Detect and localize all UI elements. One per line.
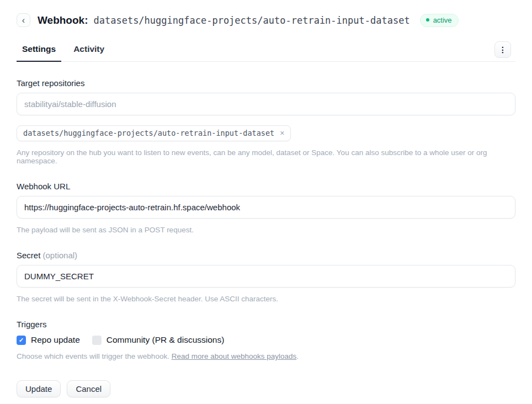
page-title: Webhook: xyxy=(38,14,88,26)
triggers-label: Triggers xyxy=(17,320,515,329)
tabs-bar: Settings Activity ⋮ xyxy=(17,41,515,62)
check-icon: ✓ xyxy=(19,337,24,344)
community-label: Community (PR & discussions) xyxy=(107,335,225,345)
status-dot-icon xyxy=(426,18,429,22)
tab-activity[interactable]: Activity xyxy=(68,44,110,62)
tabs: Settings Activity xyxy=(17,44,110,61)
repo-update-label: Repo update xyxy=(31,335,80,345)
webhook-url-input[interactable] xyxy=(17,196,515,219)
webhooks-payloads-link[interactable]: Read more about webhooks payloads xyxy=(172,352,297,360)
target-repositories-tags: datasets/huggingface-projects/auto-retra… xyxy=(17,125,515,141)
repo-tag: datasets/huggingface-projects/auto-retra… xyxy=(17,125,291,141)
secret-help: The secret will be sent in the X-Webhook… xyxy=(17,295,515,303)
status-badge-label: active xyxy=(433,16,452,24)
secret-label: Secret (optional) xyxy=(17,251,515,260)
cancel-button[interactable]: Cancel xyxy=(67,380,110,397)
target-repositories-label: Target repositories xyxy=(17,78,515,88)
repo-update-checkbox[interactable]: ✓ xyxy=(17,336,26,345)
triggers-help: Choose which events will trigger the web… xyxy=(17,352,515,360)
page-header: ‹ Webhook: datasets/huggingface-projects… xyxy=(17,13,515,27)
form-actions: Update Cancel xyxy=(17,380,515,397)
trigger-repo-update[interactable]: ✓ Repo update xyxy=(17,335,80,345)
overflow-menu-button[interactable]: ⋮ xyxy=(494,41,511,58)
tab-settings[interactable]: Settings xyxy=(17,44,61,62)
trigger-community[interactable]: Community (PR & discussions) xyxy=(92,335,225,345)
community-checkbox[interactable] xyxy=(92,336,102,345)
secret-input[interactable] xyxy=(17,265,515,288)
webhook-name: datasets/huggingface-projects/auto-retra… xyxy=(93,15,409,26)
secret-optional-text: (optional) xyxy=(43,251,78,260)
webhook-settings-page: ‹ Webhook: datasets/huggingface-projects… xyxy=(0,0,532,397)
triggers-options: ✓ Repo update Community (PR & discussion… xyxy=(17,335,515,345)
webhook-url-label: Webhook URL xyxy=(17,182,515,191)
chevron-left-icon: ‹ xyxy=(22,15,25,25)
webhook-url-help: The payload will be sent as JSON in a PO… xyxy=(17,226,515,234)
update-button[interactable]: Update xyxy=(17,380,61,397)
remove-tag-icon[interactable]: × xyxy=(280,129,284,137)
back-button[interactable]: ‹ xyxy=(17,13,30,27)
repo-tag-label: datasets/huggingface-projects/auto-retra… xyxy=(23,129,274,137)
target-repositories-input[interactable] xyxy=(17,93,515,115)
triggers-help-suffix: . xyxy=(296,352,299,360)
status-badge: active xyxy=(420,14,459,27)
kebab-menu-icon: ⋮ xyxy=(499,45,507,54)
target-repositories-help: Any repository on the hub you want to li… xyxy=(17,148,515,165)
triggers-help-prefix: Choose which events will trigger the web… xyxy=(17,352,172,360)
secret-label-text: Secret xyxy=(17,251,40,260)
